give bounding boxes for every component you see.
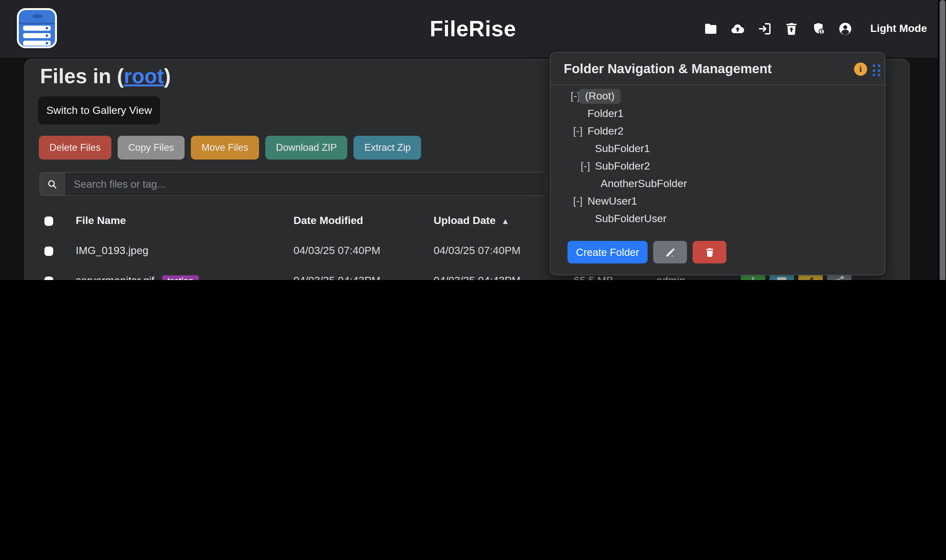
- folder-label[interactable]: (Root): [579, 89, 621, 104]
- collapse-toggle[interactable]: [-]: [573, 125, 588, 138]
- folder-label[interactable]: SubFolder1: [595, 143, 650, 155]
- folder-label[interactable]: Folder2: [588, 125, 623, 138]
- rename-folder-button[interactable]: [653, 241, 687, 263]
- window-scrollbar[interactable]: [938, 0, 946, 280]
- cloud-upload-icon[interactable]: [730, 21, 745, 36]
- folder-tree-item[interactable]: [-]SubFolder2: [551, 158, 885, 175]
- folder-tree-item[interactable]: Folder1: [551, 105, 885, 123]
- panel-title: Folder Navigation & Management: [564, 52, 772, 85]
- user-circle-icon[interactable]: [838, 21, 853, 36]
- search-input[interactable]: [65, 172, 547, 196]
- root-link[interactable]: root: [124, 65, 164, 88]
- date-modified: 04/03/25 07:40PM: [294, 236, 380, 266]
- delete-folder-button[interactable]: [692, 241, 726, 263]
- row-checkbox[interactable]: [45, 246, 53, 255]
- folder-actions: Create Folder: [568, 241, 726, 263]
- folder-label[interactable]: Folder1: [588, 108, 623, 120]
- move-files-button[interactable]: Move Files: [191, 136, 259, 160]
- drag-handle-icon[interactable]: [873, 65, 880, 76]
- copy-files-button[interactable]: Copy Files: [118, 136, 185, 160]
- folder-tree-item[interactable]: SubFolder1: [551, 140, 885, 158]
- folder-label[interactable]: SubFolderUser: [595, 213, 667, 225]
- files-heading: Files in (root): [40, 65, 171, 88]
- panel-header: Folder Navigation & Management i: [551, 52, 885, 85]
- folder-tree-item[interactable]: [-](Root): [551, 88, 885, 105]
- upload-date: 04/03/25 07:40PM: [434, 236, 521, 266]
- switch-gallery-view-button[interactable]: Switch to Gallery View: [38, 96, 160, 125]
- folder-tree-item[interactable]: SubFolderUser: [551, 210, 885, 228]
- select-all-checkbox[interactable]: [45, 216, 53, 226]
- app-header: FileRise Light Mode: [0, 0, 946, 58]
- info-icon[interactable]: i: [854, 63, 867, 76]
- trash-restore-icon[interactable]: [784, 21, 799, 36]
- theme-toggle[interactable]: Light Mode: [870, 0, 927, 58]
- collapse-toggle[interactable]: [-]: [573, 195, 588, 208]
- folder-label[interactable]: NewUser1: [588, 195, 637, 208]
- row-checkbox[interactable]: [45, 276, 53, 280]
- sort-ascending-icon: ▲: [501, 216, 509, 226]
- file-name[interactable]: servermonitor.giftesting: [76, 266, 198, 280]
- folder-label[interactable]: SubFolder2: [595, 160, 650, 173]
- column-date-modified[interactable]: Date Modified: [294, 206, 363, 236]
- folder-icon[interactable]: [703, 21, 718, 36]
- column-file-name[interactable]: File Name: [76, 206, 126, 236]
- app: FileRise Light Mode Files in (root) Swit…: [0, 0, 946, 280]
- file-name[interactable]: IMG_0193.jpeg: [76, 236, 149, 266]
- folder-tree: [-](Root)Folder1[-]Folder2SubFolder1[-]S…: [551, 88, 885, 228]
- search-bar: [39, 172, 547, 196]
- upload-date: 04/03/25 04:43PM: [434, 266, 521, 280]
- folder-navigation-panel: Folder Navigation & Management i [-](Roo…: [550, 52, 885, 275]
- folder-tree-item[interactable]: [-]Folder2: [551, 123, 885, 140]
- search-icon: [39, 172, 65, 196]
- column-upload-date[interactable]: Upload Date▲: [434, 206, 509, 236]
- extract-zip-button[interactable]: Extract Zip: [354, 136, 421, 160]
- scrollbar-thumb[interactable]: [940, 0, 945, 280]
- folder-label[interactable]: AnotherSubFolder: [601, 178, 687, 190]
- logout-icon[interactable]: [757, 21, 772, 36]
- download-zip-button[interactable]: Download ZIP: [265, 136, 348, 160]
- date-modified: 04/03/25 04:43PM: [294, 266, 380, 280]
- folder-tree-item[interactable]: AnotherSubFolder: [551, 175, 885, 193]
- folder-tree-item[interactable]: [-]NewUser1: [551, 193, 885, 210]
- bulk-actions-toolbar: Delete FilesCopy FilesMove FilesDownload…: [39, 136, 421, 160]
- user-shield-icon[interactable]: [811, 21, 826, 36]
- delete-files-button[interactable]: Delete Files: [39, 136, 111, 160]
- tag-badge: testing: [162, 275, 198, 280]
- create-folder-button[interactable]: Create Folder: [568, 241, 648, 263]
- collapse-toggle[interactable]: [-]: [581, 160, 595, 173]
